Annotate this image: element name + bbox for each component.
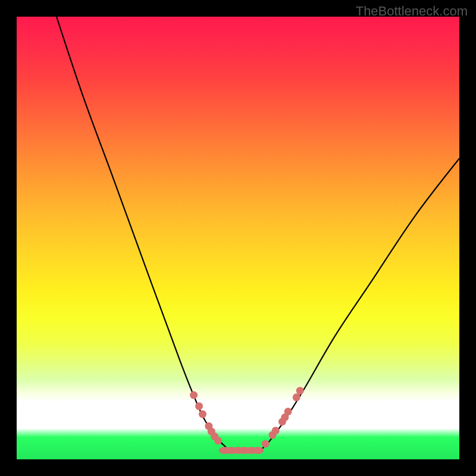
right-curve-path — [260, 158, 459, 450]
data-point — [195, 402, 203, 410]
data-point — [293, 393, 300, 401]
data-point — [199, 411, 206, 418]
data-point — [296, 387, 304, 394]
data-point — [284, 408, 292, 415]
data-point — [190, 392, 198, 399]
data-point — [272, 427, 280, 434]
data-points-group — [190, 387, 304, 454]
data-point — [252, 447, 264, 454]
data-point — [262, 440, 270, 447]
data-point — [214, 437, 222, 444]
chart-overlay-svg — [17, 17, 459, 459]
left-curve-path — [57, 17, 229, 450]
watermark-text: TheBottleneck.com — [356, 4, 468, 19]
